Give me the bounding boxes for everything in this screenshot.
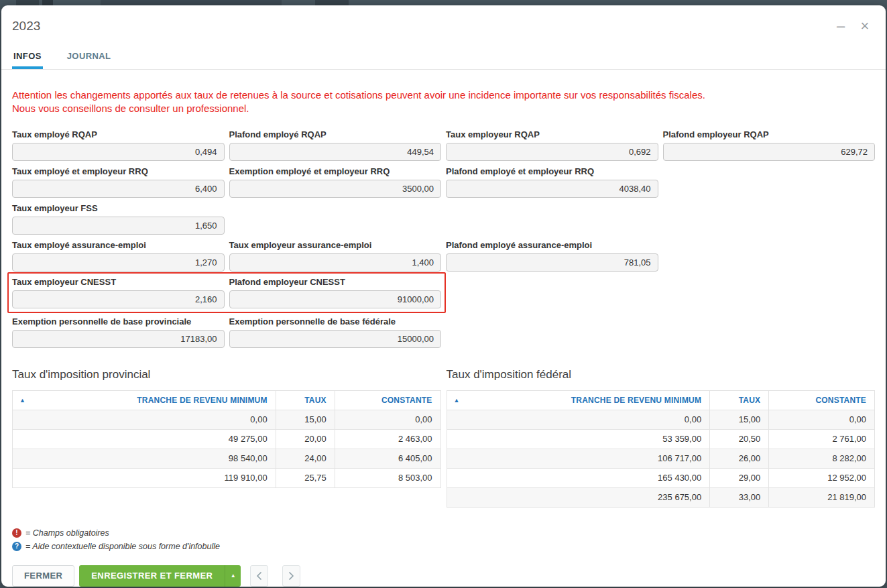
provincial-table-title: Taux d'imposition provincial xyxy=(12,368,441,381)
form-row-cnesst: Taux employeur CNESST Plafond employeur … xyxy=(12,277,875,308)
enregistrer-et-fermer-split-button: ENREGISTRER ET FERMER ▲ xyxy=(79,565,241,587)
caret-up-icon: ▲ xyxy=(231,573,236,579)
table-cell: 15,00 xyxy=(710,410,769,429)
plafond-employeur-rqap-input[interactable] xyxy=(663,143,876,161)
help-note-text: = Aide contextuelle disponible sous form… xyxy=(25,542,220,551)
table-header-row: ▲ TRANCHE DE REVENU MINIMUM TAUX CONSTAN… xyxy=(13,390,441,410)
table-cell: 53 359,00 xyxy=(447,429,710,449)
taux-employeur-rqap-input[interactable] xyxy=(446,143,658,161)
sort-asc-icon[interactable]: ▲ xyxy=(19,397,25,404)
field-label: Taux employé assurance-emploi xyxy=(12,240,225,250)
table-cell: 33,00 xyxy=(710,487,769,507)
taux-fss-input[interactable] xyxy=(12,217,225,235)
field-taux-cnesst: Taux employeur CNESST xyxy=(12,277,225,308)
table-row[interactable]: 165 430,0029,0012 952,00 xyxy=(447,468,875,487)
column-header-constante[interactable]: CONSTANTE xyxy=(335,390,440,410)
column-header-tranche[interactable]: ▲ TRANCHE DE REVENU MINIMUM xyxy=(13,390,276,410)
window-controls: – × xyxy=(833,19,872,34)
field-taux-employeur-rqap: Taux employeur RQAP xyxy=(446,129,658,161)
table-cell: 0,00 xyxy=(13,410,276,429)
table-cell: 8 282,00 xyxy=(769,449,875,468)
column-header-tranche[interactable]: ▲ TRANCHE DE REVENU MINIMUM xyxy=(447,390,710,410)
plafond-cnesst-input[interactable] xyxy=(229,290,442,308)
table-cell: 26,00 xyxy=(710,449,769,468)
tab-bar: INFOS JOURNAL xyxy=(12,51,875,69)
table-cell: 165 430,00 xyxy=(447,468,710,487)
exemption-rrq-input[interactable] xyxy=(229,180,442,198)
field-exemption-provinciale: Exemption personnelle de base provincial… xyxy=(12,316,225,348)
fermer-button[interactable]: FERMER xyxy=(12,565,74,587)
exemption-federale-input[interactable] xyxy=(229,330,442,348)
column-header-label: TRANCHE DE REVENU MINIMUM xyxy=(137,396,267,405)
federal-tax-section: Taux d'imposition fédéral ▲ TRANCHE DE R… xyxy=(447,368,876,508)
table-row[interactable]: 106 717,0026,008 282,00 xyxy=(447,449,875,468)
plafond-rrq-input[interactable] xyxy=(446,180,658,198)
field-label: Taux employeur CNESST xyxy=(12,277,225,287)
next-year-button[interactable] xyxy=(282,565,300,587)
column-header-label: TRANCHE DE REVENU MINIMUM xyxy=(571,396,701,405)
form-row-rqap: Taux employé RQAP Plafond employé RQAP T… xyxy=(12,129,875,161)
field-plafond-employe-ae: Plafond employé assurance-emploi xyxy=(446,240,658,272)
tab-infos[interactable]: INFOS xyxy=(12,51,43,69)
taux-employeur-ae-input[interactable] xyxy=(229,253,442,272)
field-taux-employe-ae: Taux employé assurance-emploi xyxy=(12,240,225,272)
column-header-taux[interactable]: TAUX xyxy=(710,390,769,410)
sort-asc-icon[interactable]: ▲ xyxy=(454,397,460,404)
taux-employe-rqap-input[interactable] xyxy=(12,143,225,161)
dialog-footer: FERMER ENREGISTRER ET FERMER ▲ xyxy=(12,565,875,587)
form-row-exemptions: Exemption personnelle de base provincial… xyxy=(12,316,875,348)
taux-employe-ae-input[interactable] xyxy=(12,253,225,272)
tab-journal[interactable]: JOURNAL xyxy=(66,51,113,69)
field-exemption-rrq: Exemption employé et employeur RRQ xyxy=(229,166,442,198)
table-cell: 12 952,00 xyxy=(769,468,875,487)
plafond-employe-rqap-input[interactable] xyxy=(229,143,442,161)
table-cell: 20,50 xyxy=(710,429,769,449)
required-icon: ! xyxy=(12,528,21,538)
dialog-title: 2023 xyxy=(12,19,875,34)
field-taux-employe-rqap: Taux employé RQAP xyxy=(12,129,225,161)
field-label: Taux employeur FSS xyxy=(12,203,225,213)
table-row[interactable]: 119 910,0025,758 503,00 xyxy=(13,468,441,487)
field-label: Plafond employeur CNESST xyxy=(229,277,442,287)
close-icon[interactable]: × xyxy=(858,19,872,34)
field-label: Plafond employé RQAP xyxy=(229,129,442,139)
taux-cnesst-input[interactable] xyxy=(12,290,225,308)
column-header-constante[interactable]: CONSTANTE xyxy=(769,390,875,410)
help-icon: ? xyxy=(12,542,21,551)
field-exemption-federale: Exemption personnelle de base fédérale xyxy=(229,316,442,348)
field-taux-employeur-ae: Taux employeur assurance-emploi xyxy=(229,240,442,272)
table-row[interactable]: 0,0015,000,00 xyxy=(447,410,875,429)
table-cell: 235 675,00 xyxy=(447,487,710,507)
save-options-dropdown-button[interactable]: ▲ xyxy=(225,565,241,587)
minimize-icon[interactable]: – xyxy=(833,19,848,34)
previous-year-button[interactable] xyxy=(250,565,268,587)
table-cell: 8 503,00 xyxy=(335,468,440,487)
enregistrer-et-fermer-button[interactable]: ENREGISTRER ET FERMER xyxy=(79,565,225,587)
table-row[interactable]: 0,0015,000,00 xyxy=(13,410,441,429)
federal-tax-table: ▲ TRANCHE DE REVENU MINIMUM TAUX CONSTAN… xyxy=(447,390,876,508)
chevron-left-icon xyxy=(256,572,262,580)
table-row[interactable]: 235 675,0033,0021 819,00 xyxy=(447,487,875,507)
field-plafond-rrq: Plafond employé et employeur RRQ xyxy=(446,166,658,198)
column-header-taux[interactable]: TAUX xyxy=(276,390,335,410)
table-cell: 15,00 xyxy=(276,410,335,429)
table-row[interactable]: 53 359,0020,502 761,00 xyxy=(447,429,875,449)
field-plafond-cnesst: Plafond employeur CNESST xyxy=(229,277,442,308)
table-cell: 106 717,00 xyxy=(447,449,710,468)
taux-rrq-input[interactable] xyxy=(12,180,225,198)
table-cell: 29,00 xyxy=(710,468,769,487)
table-cell: 6 405,00 xyxy=(335,449,440,468)
field-label: Plafond employé et employeur RRQ xyxy=(446,166,658,176)
field-label: Plafond employé assurance-emploi xyxy=(446,240,658,250)
plafond-employe-ae-input[interactable] xyxy=(446,253,658,272)
table-row[interactable]: 49 275,0020,002 463,00 xyxy=(13,429,441,449)
required-fields-note: ! = Champs obligatoires xyxy=(12,528,875,538)
table-row[interactable]: 98 540,0024,006 405,00 xyxy=(13,449,441,468)
table-cell: 0,00 xyxy=(447,410,710,429)
field-label: Taux employé et employeur RRQ xyxy=(12,166,225,176)
field-plafond-employe-rqap: Plafond employé RQAP xyxy=(229,129,442,161)
provincial-tax-table: ▲ TRANCHE DE REVENU MINIMUM TAUX CONSTAN… xyxy=(12,390,441,488)
provincial-tax-section: Taux d'imposition provincial ▲ TRANCHE D… xyxy=(12,368,441,508)
warning-line-1: Attention les changements apportés aux t… xyxy=(12,89,875,102)
exemption-provinciale-input[interactable] xyxy=(12,330,225,348)
